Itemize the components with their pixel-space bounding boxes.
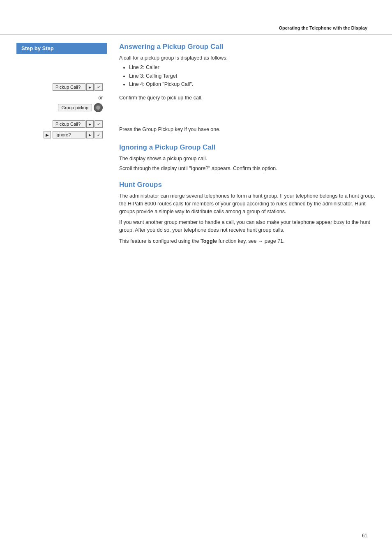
answering-ui-area: Pickup Call? ► ✓ or Group pickup: [16, 83, 107, 112]
bullet-2: Line 3: Calling Target: [129, 72, 376, 80]
answering-confirm-text: Confirm the query to pick up the call.: [119, 92, 376, 102]
ignoring-display-text: The display shows a pickup group call.: [119, 155, 376, 163]
bullet-1: Line 2: Caller: [129, 64, 376, 71]
hunt-para3-prefix: This feature is configured using the: [119, 238, 201, 244]
pickup-call-button[interactable]: Pickup Call?: [53, 83, 85, 91]
group-pickup-button[interactable]: Group pickup: [58, 104, 92, 111]
arrow-icon: ►: [88, 85, 92, 90]
check-icon: ✓: [97, 85, 100, 90]
left-column: Step by Step Pickup Call? ► ✓ or Group p…: [16, 35, 111, 249]
ignoring-ui-area: Pickup Call? ► ✓ ▶ Ignore? ►: [16, 120, 107, 138]
hunt-groups-section: Hunt Groups The administrator can merge …: [119, 181, 376, 249]
or-label: or: [16, 95, 107, 101]
triangle-icon: ▶: [46, 133, 49, 137]
svg-point-1: [96, 106, 100, 110]
hunt-para3: This feature is configured using the Tog…: [119, 237, 376, 245]
hunt-para3-suffix: function key, see → page 71.: [217, 238, 284, 244]
ignoring-pickup-check-button[interactable]: ✓: [95, 120, 103, 128]
hunt-para2: If you want another group member to hand…: [119, 219, 376, 234]
ignoring-pickup-call-row: Pickup Call? ► ✓: [53, 120, 103, 128]
ignore-button[interactable]: Ignore?: [53, 131, 85, 138]
page-number: 61: [362, 533, 367, 539]
ignoring-pickup-call-section: Pickup Call? ► ✓: [16, 120, 107, 129]
ignoring-pickup-call-button[interactable]: Pickup Call?: [53, 120, 85, 128]
bullet-3: Line 4: Option "Pickup Call".: [129, 81, 376, 88]
ignoring-pickup-arrow-button[interactable]: ►: [86, 120, 94, 128]
pickup-call-row: Pickup Call? ► ✓: [53, 83, 103, 91]
hunt-groups-title: Hunt Groups: [119, 181, 376, 189]
answering-title: Answering a Pickup Group Call: [119, 43, 376, 51]
group-pickup-row: Group pickup: [16, 103, 107, 112]
ignore-row-wrapper: ▶ Ignore? ► ✓: [16, 131, 107, 138]
pickup-check-button[interactable]: ✓: [95, 83, 103, 91]
ignore-check-icon: ✓: [97, 133, 100, 137]
right-column: Answering a Pickup Group Call A call for…: [111, 35, 376, 249]
answering-intro: A call for a pickup group is displayed a…: [119, 54, 376, 90]
ignore-check-button[interactable]: ✓: [95, 131, 103, 138]
answering-bullets: Line 2: Caller Line 3: Calling Target Li…: [119, 64, 376, 88]
ignore-arrow-button[interactable]: ►: [86, 131, 94, 138]
page-header: Operating the Telephone with the Display: [0, 0, 392, 35]
ignore-triangle-button[interactable]: ▶: [44, 131, 51, 138]
step-by-step-box: Step by Step: [16, 43, 107, 54]
hunt-para1: The administrator can merge several tele…: [119, 192, 376, 215]
ignore-arrow-icon: ►: [88, 133, 92, 137]
pickup-arrow-button[interactable]: ►: [86, 83, 94, 91]
ignoring-scroll-text: Scroll through the display until "Ignore…: [119, 165, 376, 173]
press-text: Press the Group Pickup key if you have o…: [119, 122, 376, 134]
ignoring-check-icon: ✓: [97, 122, 100, 127]
ignoring-title: Ignoring a Pickup Group Call: [119, 143, 376, 152]
pickup-call-answering: Pickup Call? ► ✓: [16, 83, 107, 92]
ignoring-section: Ignoring a Pickup Group Call The display…: [119, 143, 376, 181]
main-content: Step by Step Pickup Call? ► ✓ or Group p…: [0, 35, 392, 265]
or-spacer: [119, 110, 376, 122]
hunt-para3-bold: Toggle: [201, 238, 217, 244]
answering-section: Answering a Pickup Group Call A call for…: [119, 43, 376, 142]
header-title: Operating the Telephone with the Display: [279, 25, 367, 30]
ignoring-arrow-icon: ►: [88, 122, 92, 127]
group-pickup-circle-icon: [94, 103, 103, 112]
